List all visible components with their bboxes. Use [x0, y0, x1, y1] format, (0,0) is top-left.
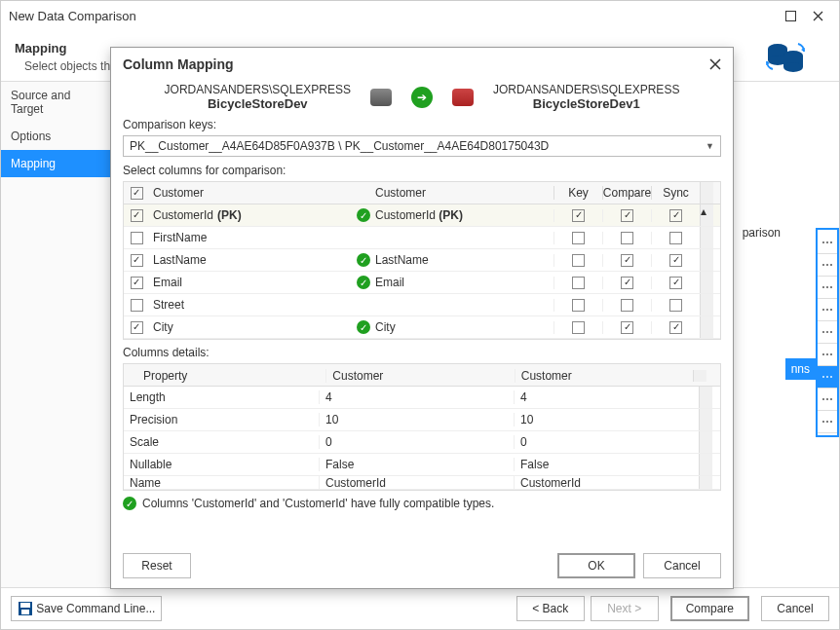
details-head-b: Customer [515, 369, 694, 383]
reset-button[interactable]: Reset [123, 553, 191, 578]
sync-checkbox[interactable]: ✓ [669, 209, 682, 222]
row-checkbox[interactable]: ✓ [131, 209, 143, 222]
row-checkbox[interactable] [131, 299, 143, 312]
row-action-button[interactable]: ⋯ [818, 232, 837, 254]
svg-rect-0 [785, 11, 795, 20]
row-action-button[interactable]: ⋯ [818, 366, 837, 389]
key-checkbox[interactable] [572, 321, 585, 334]
ok-icon: ✓ [357, 208, 370, 222]
grid-row[interactable]: ✓LastName ✓LastName ✓✓ [124, 249, 720, 272]
detail-value-a: 0 [319, 435, 514, 449]
scrollbar[interactable] [699, 409, 712, 430]
row-checkbox[interactable] [131, 232, 143, 244]
next-button[interactable]: Next > [591, 596, 659, 621]
compare-checkbox[interactable]: ✓ [621, 254, 633, 267]
row-actions-column: ⋯ ⋯ ⋯ ⋯ ⋯ ⋯ ⋯ ⋯ ⋯ [816, 228, 839, 437]
svg-rect-9 [21, 610, 29, 614]
scrollbar[interactable] [699, 431, 712, 453]
left-column-cell: CustomerId (PK) [149, 208, 354, 222]
detail-property: Length [124, 390, 319, 404]
row-action-button[interactable]: ⋯ [818, 344, 837, 366]
sidebar-item-mapping[interactable]: Mapping [1, 150, 112, 177]
detail-property: Name [124, 476, 319, 490]
detail-value-b: 10 [514, 413, 699, 426]
svg-rect-8 [20, 603, 30, 608]
dialog-cancel-button[interactable]: Cancel [643, 553, 721, 578]
sync-checkbox[interactable]: ✓ [669, 254, 682, 267]
save-command-line-button[interactable]: Save Command Line... [11, 596, 162, 621]
select-all-checkbox[interactable]: ✓ [131, 187, 143, 200]
comparison-keys-dropdown[interactable]: PK__Customer__A4AE64D85F0A937B \ PK__Cus… [123, 135, 721, 157]
left-column-cell: FirstName [149, 231, 354, 244]
compare-icon [765, 36, 806, 77]
grid-row[interactable]: ✓CustomerId (PK)✓CustomerId (PK)✓✓✓▴ [124, 204, 720, 227]
scrollbar[interactable] [699, 454, 712, 475]
window-maximize-button[interactable] [777, 2, 804, 29]
right-column-cell: CustomerId (PK) [373, 208, 554, 222]
row-action-button[interactable]: ⋯ [818, 389, 837, 411]
scrollbar[interactable] [700, 227, 713, 248]
grid-row[interactable]: Street [124, 294, 720, 316]
compare-button[interactable]: Compare [670, 596, 749, 621]
window-title: New Data Comparison [9, 9, 777, 23]
wizard-sidebar: Source and Target Options Mapping [1, 82, 113, 587]
sidebar-item-options[interactable]: Options [1, 123, 112, 150]
details-grid: Property Customer Customer Length44Preci… [123, 363, 721, 491]
sync-checkbox[interactable]: ✓ [669, 277, 682, 289]
sync-checkbox[interactable] [669, 299, 682, 312]
cancel-button[interactable]: Cancel [761, 596, 829, 621]
scrollbar[interactable] [700, 249, 713, 271]
row-checkbox[interactable]: ✓ [131, 277, 143, 289]
ok-icon: ✓ [123, 497, 136, 510]
grid-row[interactable]: FirstName [124, 227, 720, 249]
row-action-button[interactable]: ⋯ [818, 254, 837, 277]
details-head-property: Property [137, 369, 325, 383]
compare-checkbox[interactable]: ✓ [621, 209, 633, 222]
left-column-cell: Street [149, 298, 354, 312]
window-close-button[interactable] [804, 2, 831, 29]
key-checkbox[interactable] [572, 299, 585, 312]
detail-value-a: 10 [319, 413, 514, 426]
bg-selected-row-tag[interactable]: nns [785, 358, 816, 380]
comparison-keys-value: PK__Customer__A4AE64D85F0A937B \ PK__Cus… [130, 139, 549, 153]
detail-property: Precision [124, 413, 319, 426]
detail-value-b: CustomerId [514, 476, 699, 490]
detail-value-a: CustomerId [319, 476, 514, 490]
row-action-button[interactable]: ⋯ [818, 321, 837, 344]
key-checkbox[interactable] [572, 232, 585, 244]
compare-checkbox[interactable] [621, 232, 633, 244]
grid-head-sync: Sync [651, 186, 700, 200]
row-action-button[interactable]: ⋯ [818, 277, 837, 299]
row-checkbox[interactable]: ✓ [131, 321, 143, 334]
dialog-header-direction: JORDANSANDERS\SQLEXPRESS BicycleStoreDev… [111, 81, 733, 115]
left-column-cell: Email [149, 276, 354, 289]
scrollbar[interactable]: ▴ [700, 204, 713, 226]
grid-row[interactable]: ✓City ✓City ✓✓ [124, 316, 720, 339]
scrollbar[interactable] [699, 476, 712, 489]
compare-checkbox[interactable]: ✓ [621, 277, 633, 289]
scrollbar[interactable] [700, 316, 713, 338]
sync-checkbox[interactable]: ✓ [669, 321, 682, 334]
ok-button[interactable]: OK [557, 553, 635, 578]
scrollbar[interactable] [700, 272, 713, 293]
sidebar-item-source-target[interactable]: Source and Target [1, 82, 112, 123]
row-action-button[interactable]: ⋯ [818, 411, 837, 433]
sync-checkbox[interactable] [669, 232, 682, 244]
compare-checkbox[interactable] [621, 299, 633, 312]
details-row: NameCustomerIdCustomerId [124, 476, 720, 490]
row-action-button[interactable]: ⋯ [818, 299, 837, 321]
scrollbar[interactable] [699, 387, 712, 408]
grid-row[interactable]: ✓Email ✓Email ✓✓ [124, 272, 720, 294]
key-checkbox[interactable] [572, 277, 585, 289]
compare-checkbox[interactable]: ✓ [621, 321, 633, 334]
comparison-keys-label: Comparison keys: [111, 115, 733, 133]
grid-head-compare: Compare [602, 186, 651, 200]
back-button[interactable]: < Back [516, 596, 585, 621]
scrollbar[interactable] [700, 294, 713, 315]
dialog-close-button[interactable] [709, 58, 721, 70]
key-checkbox[interactable]: ✓ [572, 209, 585, 222]
key-checkbox[interactable] [572, 254, 585, 267]
source-server-label: JORDANSANDERS\SQLEXPRESS [165, 83, 351, 96]
row-checkbox[interactable]: ✓ [131, 254, 143, 267]
status-text: Columns 'CustomerId' and 'CustomerId' ha… [142, 497, 494, 510]
